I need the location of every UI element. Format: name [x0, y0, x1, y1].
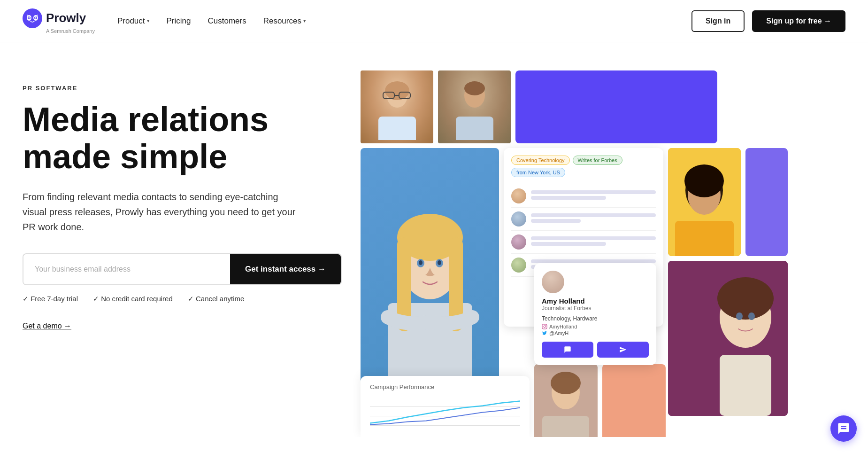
- collage-bottom-person: [534, 364, 598, 437]
- tag-technology: Covering Technology: [511, 156, 570, 165]
- amy-message-btn[interactable]: [542, 342, 593, 358]
- logo-name: Prowly: [46, 11, 86, 25]
- amy-field: Technology, Hardware: [542, 315, 649, 322]
- contact-item-3: [511, 231, 656, 254]
- hero-collage: Covering Technology Writes for Forbes fr…: [351, 70, 845, 437]
- demo-link[interactable]: Get a demo →: [23, 322, 71, 330]
- logo[interactable]: Prowly A Semrush Company: [23, 8, 95, 34]
- signup-button[interactable]: Sign up for free →: [752, 10, 845, 32]
- contact-avatar-3: [511, 234, 526, 250]
- contact-line-detail: [531, 196, 606, 200]
- nav-pricing[interactable]: Pricing: [167, 16, 191, 26]
- tag-forbes: Writes for Forbes: [573, 156, 622, 165]
- hero-left: PR SOFTWARE Media relations made simple …: [23, 70, 361, 330]
- chat-icon: [837, 422, 850, 435]
- hero-eyebrow: PR SOFTWARE: [23, 85, 361, 92]
- collage-person-2: [438, 70, 511, 143]
- amy-card: Amy Holland Journalist at Forbes Technol…: [534, 263, 656, 365]
- nav-links: Product ▾ Pricing Customers Resources ▾: [117, 16, 691, 26]
- contact-line-detail2: [531, 219, 581, 223]
- svg-point-5: [29, 17, 30, 18]
- contact-avatar-1: [511, 188, 526, 203]
- campaign-chart: [370, 396, 520, 429]
- collage-purple-banner: [515, 70, 717, 143]
- email-form: Get instant access →: [23, 253, 342, 285]
- contact-line-name2: [531, 213, 656, 217]
- email-input[interactable]: [23, 254, 230, 284]
- message-icon: [564, 346, 571, 353]
- logo-tagline: A Semrush Company: [46, 28, 95, 34]
- collage-bottom-right: [602, 364, 666, 437]
- svg-point-0: [23, 8, 42, 28]
- hero-perks: ✓ Free 7-day trial ✓ No credit card requ…: [23, 295, 361, 303]
- yellow-woman-svg: [668, 148, 741, 256]
- instagram-icon: [542, 324, 547, 329]
- svg-point-44: [551, 372, 581, 394]
- contact-item-1: [511, 185, 656, 208]
- contact-lines-3: [531, 236, 656, 248]
- campaign-title: Campaign Performance: [370, 383, 520, 391]
- perk-cancel: ✓ Cancel anytime: [188, 295, 245, 303]
- hero-description: From finding relevant media contacts to …: [23, 189, 304, 234]
- svg-point-8: [385, 81, 409, 100]
- collage-brunette-woman: [668, 261, 788, 416]
- contact-line-name3: [531, 236, 656, 240]
- amy-avatar: [542, 271, 564, 293]
- svg-point-27: [545, 325, 546, 326]
- svg-point-35: [717, 277, 774, 320]
- svg-point-14: [464, 81, 485, 95]
- perk-trial: ✓ Free 7-day trial: [23, 295, 78, 303]
- amy-title: Journalist at Forbes: [542, 305, 649, 312]
- signin-button[interactable]: Sign in: [691, 10, 745, 32]
- send-icon: [619, 346, 627, 353]
- svg-point-37: [748, 312, 755, 320]
- svg-rect-32: [675, 221, 734, 256]
- contact-avatar-4: [511, 258, 526, 273]
- resources-chevron-icon: ▾: [303, 18, 306, 24]
- svg-point-36: [736, 312, 743, 320]
- brunette-woman-svg: [668, 261, 788, 416]
- contact-tags: Covering Technology Writes for Forbes fr…: [511, 156, 656, 177]
- person1-svg: [374, 74, 421, 140]
- contact-lines-1: [531, 190, 656, 202]
- amy-instagram: AmyHolland: [542, 324, 649, 329]
- hero-title: Media relations made simple: [23, 101, 361, 175]
- nav-actions: Sign in Sign up for free →: [691, 10, 845, 32]
- nav-resources[interactable]: Resources ▾: [263, 16, 306, 26]
- perk-no-card: ✓ No credit card required: [93, 295, 173, 303]
- campaign-card: Campaign Performance: [361, 376, 530, 437]
- amy-social: AmyHolland @AmyH: [542, 324, 649, 336]
- contact-avatar-2: [511, 211, 526, 226]
- collage-purple-right: [745, 148, 788, 256]
- svg-point-31: [684, 164, 724, 197]
- bottom-person-svg: [534, 364, 598, 437]
- chat-bubble[interactable]: [830, 415, 857, 437]
- collage-yellow-woman: [668, 148, 741, 256]
- svg-point-24: [438, 260, 441, 265]
- svg-point-6: [35, 17, 37, 18]
- navbar: Prowly A Semrush Company Product ▾ Prici…: [0, 0, 868, 42]
- svg-rect-15: [456, 117, 493, 140]
- logo-icon: [23, 8, 42, 28]
- amy-twitter: @AmyH: [542, 330, 649, 336]
- svg-point-23: [419, 260, 422, 265]
- contact-line-name: [531, 190, 656, 194]
- person2-svg: [451, 74, 498, 140]
- tag-newyork: from New York, US: [511, 168, 565, 177]
- amy-name: Amy Holland: [542, 297, 649, 305]
- nav-product[interactable]: Product ▾: [117, 16, 150, 26]
- amy-send-btn[interactable]: [597, 342, 649, 358]
- svg-rect-12: [378, 117, 416, 140]
- svg-rect-38: [720, 355, 771, 416]
- contact-lines-2: [531, 213, 656, 225]
- contact-item-2: [511, 208, 656, 231]
- hero-section: PR SOFTWARE Media relations made simple …: [0, 42, 868, 437]
- contact-line-name4: [531, 259, 656, 263]
- amy-actions: [542, 342, 649, 358]
- product-chevron-icon: ▾: [147, 18, 150, 24]
- get-access-button[interactable]: Get instant access →: [230, 254, 341, 284]
- svg-rect-25: [542, 324, 547, 329]
- twitter-icon: [542, 330, 547, 336]
- svg-rect-45: [542, 416, 589, 437]
- nav-customers[interactable]: Customers: [208, 16, 246, 26]
